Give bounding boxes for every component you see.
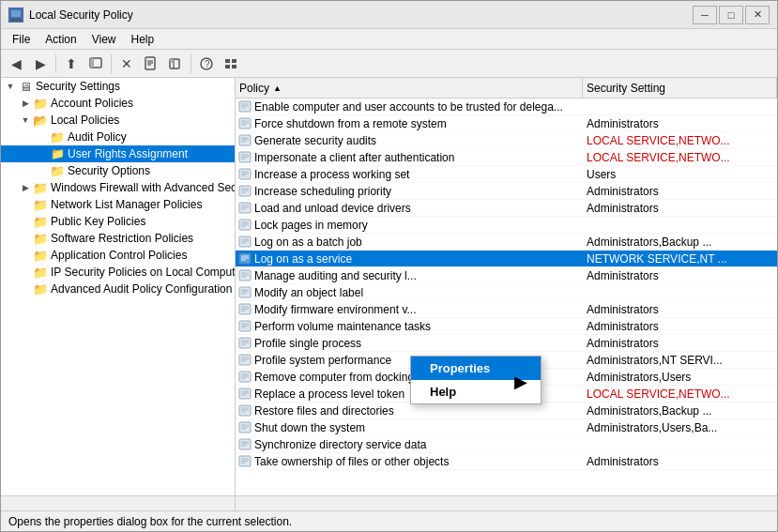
list-item[interactable]: Increase scheduling priorityAdministrato… (236, 183, 777, 200)
list-item[interactable]: Shut down the systemAdministrators,Users… (236, 419, 777, 436)
menu-action[interactable]: Action (38, 31, 84, 48)
view-button[interactable] (220, 53, 242, 75)
list-item[interactable]: Enable computer and user accounts to be … (236, 99, 777, 115)
svg-rect-16 (225, 65, 230, 68)
policy-icon (236, 134, 254, 147)
tree-item-user-rights-assignment[interactable]: ▶ 📁 User Rights Assignment (1, 145, 235, 162)
main-content: ▼ 🖥 Security Settings ▶ 📁 Account Polici… (1, 78, 777, 495)
computer-icon: 🖥 (18, 79, 33, 94)
up-button[interactable]: ⬆ (60, 53, 83, 75)
context-help[interactable]: Help (411, 380, 541, 403)
svg-rect-58 (239, 270, 251, 281)
policy-icon (236, 354, 254, 367)
list-item[interactable]: Impersonate a client after authenticatio… (236, 149, 777, 166)
tree-item-ip-security[interactable]: ▶ 📁 IP Security Policies on Local Comput… (1, 264, 235, 281)
policy-icon (236, 438, 254, 451)
policy-setting: Administrators (583, 202, 777, 215)
svg-rect-38 (239, 186, 251, 196)
svg-rect-66 (239, 304, 251, 314)
maximize-button[interactable]: □ (719, 6, 743, 24)
policy-list[interactable]: Enable computer and user accounts to be … (236, 99, 777, 495)
policy-icon (236, 252, 254, 266)
right-scrollbar[interactable] (236, 495, 777, 510)
svg-rect-15 (232, 59, 236, 63)
tree-item-software-restriction[interactable]: ▶ 📁 Software Restriction Policies (1, 230, 235, 247)
list-item[interactable]: Synchronize directory service data (236, 436, 777, 453)
list-item[interactable]: Load and unload device driversAdministra… (236, 200, 777, 217)
svg-rect-94 (239, 422, 251, 433)
window-title: Local Security Policy (29, 8, 693, 22)
properties-toolbar-button[interactable] (140, 53, 162, 75)
left-scrollbar[interactable] (1, 495, 236, 510)
policy-column-header[interactable]: Policy ▲ (236, 78, 583, 98)
policy-name: Profile single process (254, 337, 583, 350)
delete-button[interactable]: ✕ (115, 53, 138, 75)
list-item[interactable]: Force shutdown from a remote systemAdmin… (236, 115, 777, 132)
tree-item-advanced-audit[interactable]: ▶ 📁 Advanced Audit Policy Configuration (1, 281, 235, 297)
list-item[interactable]: Take ownership of files or other objects… (236, 453, 777, 470)
policy-setting: Administrators (583, 455, 777, 468)
list-item[interactable]: Modify an object label (236, 284, 777, 301)
list-item[interactable]: Log on as a serviceNETWORK SERVICE,NT ..… (236, 251, 777, 267)
policy-name: Force shutdown from a remote system (254, 117, 583, 130)
policy-name: Log on as a service (254, 252, 583, 266)
svg-rect-42 (239, 203, 251, 213)
tree-item-windows-firewall[interactable]: ▶ 📁 Windows Firewall with Advanced Sec..… (1, 179, 235, 196)
policy-name: Manage auditing and security l... (254, 269, 583, 282)
tree-item-app-control[interactable]: ▶ 📁 Application Control Policies (1, 247, 235, 264)
svg-rect-74 (239, 338, 251, 348)
svg-rect-78 (239, 355, 251, 365)
tree-item-account-policies[interactable]: ▶ 📁 Account Policies (1, 95, 235, 112)
policy-icon (236, 269, 254, 282)
tree-label-audit-policy: Audit Policy (68, 130, 127, 144)
tree-item-audit-policy[interactable]: ▶ 📁 Audit Policy (1, 129, 235, 145)
help-toolbar-button[interactable]: ? (195, 53, 218, 75)
export-button[interactable] (164, 53, 187, 75)
show-hide-button[interactable] (84, 53, 107, 75)
svg-rect-50 (239, 236, 251, 247)
policy-icon (236, 100, 254, 114)
list-item[interactable]: Perform volume maintenance tasksAdminist… (236, 318, 777, 335)
expand-arrow: ▼ (18, 115, 33, 125)
tree-item-local-policies[interactable]: ▼ 📂 Local Policies (1, 112, 235, 129)
folder-icon: 📁 (50, 163, 65, 178)
svg-text:?: ? (205, 59, 210, 69)
tree-item-network-list[interactable]: ▶ 📁 Network List Manager Policies (1, 196, 235, 213)
setting-column-header[interactable]: Security Setting (583, 78, 777, 98)
menu-file[interactable]: File (5, 31, 38, 48)
policy-name: Restore files and directories (254, 404, 583, 418)
policy-setting: Administrators (583, 269, 777, 282)
list-item[interactable]: Modify firmware environment v...Administ… (236, 301, 777, 318)
policy-name: Enable computer and user accounts to be … (254, 100, 583, 114)
context-properties[interactable]: Properties (411, 357, 541, 380)
policy-setting: Administrators,Backup ... (583, 236, 777, 249)
policy-setting: LOCAL SERVICE,NETWO... (583, 388, 777, 401)
list-item[interactable]: Generate security auditsLOCAL SERVICE,NE… (236, 132, 777, 149)
back-button[interactable]: ◀ (5, 53, 27, 75)
tree-item-public-key[interactable]: ▶ 📁 Public Key Policies (1, 213, 235, 230)
policy-setting: Administrators,Backup ... (583, 404, 777, 418)
policy-name: Increase scheduling priority (254, 185, 583, 198)
tree-label-security-options: Security Options (68, 164, 150, 177)
policy-setting: Administrators (583, 303, 777, 316)
list-item[interactable]: Restore files and directoriesAdministrat… (236, 403, 777, 419)
list-item[interactable]: Log on as a batch jobAdministrators,Back… (236, 234, 777, 251)
policy-icon (236, 168, 254, 181)
policy-name: Modify an object label (254, 286, 583, 299)
forward-button[interactable]: ▶ (29, 53, 52, 75)
bottom-scrollbar-area (1, 495, 777, 510)
close-button[interactable]: ✕ (745, 6, 770, 24)
menu-view[interactable]: View (84, 31, 124, 48)
list-item[interactable]: Lock pages in memory (236, 217, 777, 234)
list-item[interactable]: Manage auditing and security l...Adminis… (236, 267, 777, 284)
policy-icon (236, 404, 254, 418)
policy-icon (236, 202, 254, 215)
menu-help[interactable]: Help (124, 31, 162, 48)
tree-item-security-options[interactable]: ▶ 📁 Security Options (1, 162, 235, 179)
minimize-button[interactable]: ─ (693, 6, 717, 24)
policy-setting: Administrators (583, 320, 777, 333)
tree-item-security-settings[interactable]: ▼ 🖥 Security Settings (1, 78, 235, 95)
main-window: Local Security Policy ─ □ ✕ File Action … (0, 0, 778, 532)
list-item[interactable]: Profile single processAdministrators (236, 335, 777, 352)
list-item[interactable]: Increase a process working setUsers (236, 166, 777, 183)
